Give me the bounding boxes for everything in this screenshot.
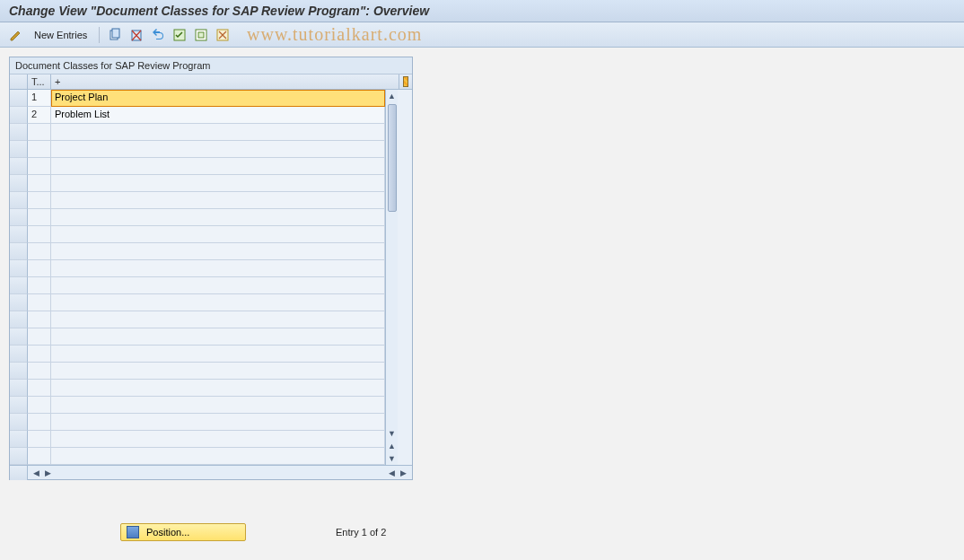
cell-desc[interactable] xyxy=(51,328,385,346)
cell-desc[interactable] xyxy=(51,414,385,431)
cell-tid[interactable] xyxy=(28,260,51,277)
cell-desc[interactable] xyxy=(51,124,385,141)
hscroll-right-fast-icon[interactable]: ▶ xyxy=(399,468,408,477)
undo-icon[interactable] xyxy=(149,26,167,44)
row-header[interactable] xyxy=(10,124,28,141)
cell-desc[interactable] xyxy=(51,277,385,294)
table-row[interactable] xyxy=(10,414,385,431)
cell-tid[interactable] xyxy=(28,328,51,346)
row-header[interactable] xyxy=(10,141,28,158)
cell-desc[interactable] xyxy=(51,311,385,328)
table-row[interactable] xyxy=(10,294,385,311)
row-header[interactable] xyxy=(10,209,28,226)
cell-desc[interactable]: Project Plan xyxy=(51,90,385,107)
row-header[interactable] xyxy=(10,346,28,363)
row-header[interactable] xyxy=(10,107,28,124)
row-header[interactable] xyxy=(10,328,28,346)
row-header[interactable] xyxy=(10,311,28,328)
table-row[interactable] xyxy=(10,328,385,346)
horizontal-scrollbar[interactable]: ◀ ▶ ◀ ▶ xyxy=(10,465,412,479)
cell-tid[interactable]: 2 xyxy=(28,107,51,124)
cell-desc[interactable] xyxy=(51,209,385,226)
cell-desc[interactable] xyxy=(51,260,385,277)
scroll-thumb[interactable] xyxy=(388,104,397,212)
cell-desc[interactable] xyxy=(51,431,385,448)
hscroll-left-icon[interactable]: ▶ xyxy=(43,468,53,477)
vertical-scrollbar[interactable]: ▲ ▼ ▲ ▼ xyxy=(385,90,398,465)
cell-desc[interactable] xyxy=(51,243,385,260)
copy-icon[interactable] xyxy=(106,26,124,44)
column-header-tid[interactable]: T... xyxy=(28,74,51,89)
cell-desc[interactable] xyxy=(51,346,385,363)
row-header[interactable] xyxy=(10,243,28,260)
row-header[interactable] xyxy=(10,363,28,380)
delete-icon[interactable] xyxy=(127,26,145,44)
table-row[interactable] xyxy=(10,124,385,141)
row-header[interactable] xyxy=(10,90,28,107)
row-header[interactable] xyxy=(10,158,28,175)
cell-desc[interactable] xyxy=(51,294,385,311)
scroll-up-icon[interactable]: ▲ xyxy=(387,90,398,102)
cell-tid[interactable] xyxy=(28,294,51,311)
row-header-blank[interactable] xyxy=(10,74,28,89)
position-button[interactable]: Position... xyxy=(120,523,246,541)
cell-tid[interactable] xyxy=(28,175,51,192)
table-row[interactable] xyxy=(10,243,385,260)
table-settings-button[interactable] xyxy=(399,74,412,89)
cell-tid[interactable] xyxy=(28,397,51,414)
row-header[interactable] xyxy=(10,260,28,277)
scroll-down2-icon[interactable]: ▼ xyxy=(387,452,398,465)
cell-desc[interactable]: Problem List xyxy=(51,107,385,124)
row-header[interactable] xyxy=(10,397,28,414)
table-row[interactable] xyxy=(10,175,385,192)
row-header[interactable] xyxy=(10,294,28,311)
cell-desc[interactable] xyxy=(51,226,385,243)
cell-tid[interactable] xyxy=(28,158,51,175)
cell-tid[interactable] xyxy=(28,414,51,431)
deselect-all-icon[interactable] xyxy=(214,26,232,44)
cell-tid[interactable] xyxy=(28,431,51,448)
select-block-icon[interactable] xyxy=(192,26,210,44)
row-header[interactable] xyxy=(10,226,28,243)
table-row[interactable]: 2Problem List xyxy=(10,107,385,124)
cell-desc[interactable] xyxy=(51,192,385,209)
row-header[interactable] xyxy=(10,277,28,294)
row-header[interactable] xyxy=(10,414,28,431)
cell-tid[interactable] xyxy=(28,141,51,158)
toggle-edit-icon[interactable] xyxy=(7,26,25,44)
scroll-up2-icon[interactable]: ▲ xyxy=(387,440,398,452)
scroll-down-icon[interactable]: ▼ xyxy=(387,427,398,440)
table-row[interactable] xyxy=(10,192,385,209)
table-row[interactable] xyxy=(10,431,385,448)
table-row[interactable]: 1Project Plan xyxy=(10,90,385,107)
cell-tid[interactable] xyxy=(28,363,51,380)
hscroll-right-icon[interactable]: ◀ xyxy=(387,468,397,477)
table-row[interactable] xyxy=(10,346,385,363)
table-row[interactable] xyxy=(10,380,385,397)
table-row[interactable] xyxy=(10,141,385,158)
cell-tid[interactable] xyxy=(28,311,51,328)
cell-tid[interactable]: 1 xyxy=(28,90,51,107)
cell-tid[interactable] xyxy=(28,346,51,363)
new-entries-button[interactable]: New Entries xyxy=(29,26,92,44)
row-header[interactable] xyxy=(10,175,28,192)
cell-desc[interactable] xyxy=(51,448,385,465)
table-row[interactable] xyxy=(10,448,385,465)
row-header[interactable] xyxy=(10,380,28,397)
table-row[interactable] xyxy=(10,260,385,277)
cell-tid[interactable] xyxy=(28,124,51,141)
select-all-icon[interactable] xyxy=(171,26,188,44)
table-row[interactable] xyxy=(10,397,385,414)
table-row[interactable] xyxy=(10,209,385,226)
cell-desc[interactable] xyxy=(51,380,385,397)
cell-tid[interactable] xyxy=(28,448,51,465)
table-row[interactable] xyxy=(10,158,385,175)
cell-desc[interactable] xyxy=(51,363,385,380)
table-row[interactable] xyxy=(10,277,385,294)
row-header[interactable] xyxy=(10,448,28,465)
table-row[interactable] xyxy=(10,363,385,380)
cell-tid[interactable] xyxy=(28,243,51,260)
table-row[interactable] xyxy=(10,226,385,243)
table-row[interactable] xyxy=(10,311,385,328)
column-header-desc[interactable]: + xyxy=(51,74,399,89)
